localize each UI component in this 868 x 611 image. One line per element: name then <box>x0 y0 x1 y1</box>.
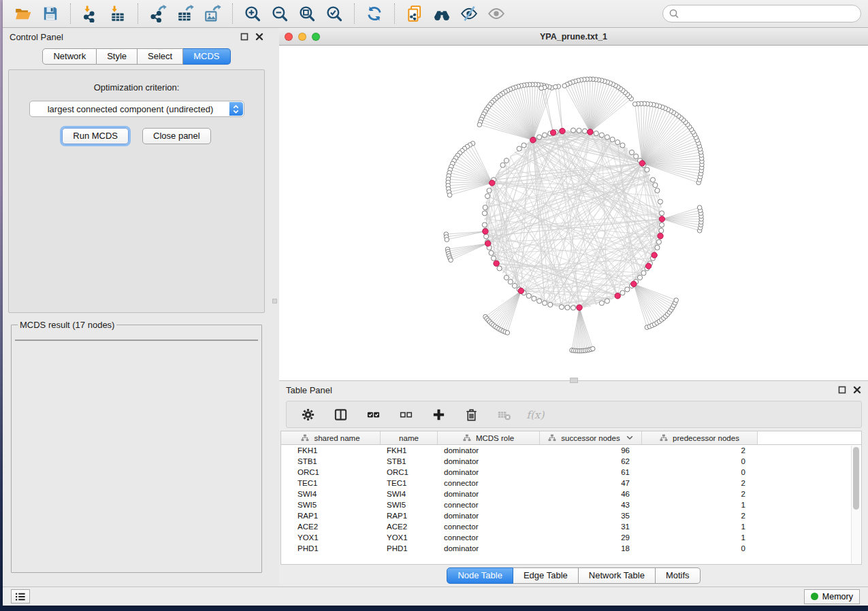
table-cell[interactable]: RAP1 <box>381 512 438 520</box>
table-cell[interactable]: TEC1 <box>381 479 438 487</box>
table-row[interactable]: PHD1PHD1dominator180 <box>281 543 861 554</box>
table-cell[interactable]: 2 <box>642 479 758 487</box>
table-cell[interactable]: 43 <box>540 501 642 509</box>
table-cell[interactable]: 96 <box>540 446 642 455</box>
table-cell[interactable]: SWI4 <box>381 490 438 498</box>
table-scrollbar[interactable] <box>851 446 861 563</box>
close-window-button[interactable] <box>285 33 293 41</box>
export-table-button[interactable] <box>172 2 199 25</box>
column-header-shared-name[interactable]: shared name <box>281 431 381 444</box>
table-cell[interactable]: ACE2 <box>381 523 438 531</box>
column-header-name[interactable]: name <box>381 431 438 444</box>
table-cell[interactable]: 31 <box>540 523 642 531</box>
close-panel-icon[interactable] <box>255 33 263 41</box>
result-node-item[interactable]: PHD1 <box>16 340 257 341</box>
table-cell[interactable]: 0 <box>642 544 758 552</box>
tab-style[interactable]: Style <box>97 48 138 65</box>
table-cell[interactable]: dominator <box>438 446 540 455</box>
horizontal-splitter-handle[interactable] <box>570 378 578 383</box>
table-options-button[interactable] <box>296 404 319 425</box>
table-cell[interactable]: FKH1 <box>281 446 381 455</box>
table-cell[interactable]: YOX1 <box>281 533 381 542</box>
table-row[interactable]: TEC1TEC1connector472 <box>281 478 861 489</box>
table-cell[interactable]: 47 <box>540 479 642 487</box>
open-file-button[interactable] <box>10 2 37 25</box>
search-input[interactable] <box>662 5 861 22</box>
table-cell[interactable]: connector <box>438 479 540 487</box>
table-cell[interactable]: STB1 <box>281 457 381 465</box>
table-cell[interactable]: SWI5 <box>281 501 381 509</box>
table-cell[interactable]: connector <box>438 501 540 509</box>
float-table-panel-icon[interactable] <box>838 386 846 394</box>
table-cell[interactable]: 35 <box>540 512 642 520</box>
select-all-columns-button[interactable] <box>361 404 385 425</box>
close-table-panel-icon[interactable] <box>853 386 861 394</box>
table-row[interactable]: YOX1YOX1connector291 <box>281 532 861 543</box>
memory-button[interactable]: Memory <box>804 589 860 604</box>
criterion-dropdown[interactable]: largest connected component (undirected) <box>29 101 244 117</box>
table-cell[interactable]: PHD1 <box>381 544 438 552</box>
table-cell[interactable]: 62 <box>540 457 642 465</box>
delete-column-button[interactable] <box>460 404 483 425</box>
table-cell[interactable]: ORC1 <box>381 468 438 476</box>
table-row[interactable]: SWI4SWI4dominator462 <box>281 489 861 499</box>
table-cell[interactable]: 46 <box>540 490 642 498</box>
table-row[interactable]: ORC1ORC1dominator610 <box>281 467 861 478</box>
tab-edge-table[interactable]: Edge Table <box>513 567 579 584</box>
table-cell[interactable]: SWI4 <box>281 490 381 498</box>
zoom-fit-button[interactable] <box>293 2 321 25</box>
add-column-button[interactable] <box>427 404 450 425</box>
table-cell[interactable]: 2 <box>642 446 758 455</box>
table-cell[interactable]: ORC1 <box>281 468 381 476</box>
tab-motifs[interactable]: Motifs <box>656 567 701 584</box>
float-panel-icon[interactable] <box>240 33 248 41</box>
table-cell[interactable]: connector <box>438 523 540 531</box>
table-row[interactable]: SWI5SWI5connector431 <box>281 499 861 510</box>
zoom-selected-button[interactable] <box>321 2 348 25</box>
export-image-button[interactable] <box>199 2 226 25</box>
table-cell[interactable]: 2 <box>642 512 758 520</box>
zoom-window-button[interactable] <box>312 33 320 41</box>
find-button[interactable] <box>428 2 455 25</box>
table-cell[interactable]: connector <box>438 533 540 542</box>
table-cell[interactable]: 0 <box>642 457 758 465</box>
vertical-splitter-handle[interactable] <box>272 299 277 303</box>
table-row[interactable]: STB1STB1dominator620 <box>281 456 861 467</box>
table-cell[interactable]: PHD1 <box>281 544 381 552</box>
table-cell[interactable]: dominator <box>438 544 540 552</box>
table-cell[interactable]: 1 <box>642 533 758 542</box>
table-cell[interactable]: 61 <box>540 468 642 476</box>
tab-select[interactable]: Select <box>138 48 183 65</box>
close-panel-button[interactable]: Close panel <box>142 128 211 144</box>
panel-layout-button[interactable] <box>329 404 352 425</box>
import-table-button[interactable] <box>104 2 131 25</box>
refresh-layout-button[interactable] <box>361 2 388 25</box>
table-cell[interactable]: SWI5 <box>381 501 438 509</box>
new-network-from-selection-button[interactable] <box>401 2 428 25</box>
table-cell[interactable]: ACE2 <box>281 523 381 531</box>
tab-network-table[interactable]: Network Table <box>579 567 656 584</box>
table-cell[interactable]: STB1 <box>381 457 438 465</box>
unselect-all-columns-button[interactable] <box>394 404 417 425</box>
table-cell[interactable]: 2 <box>642 490 758 498</box>
export-network-button[interactable] <box>144 2 172 25</box>
network-graph[interactable] <box>279 46 868 380</box>
vertical-splitter[interactable] <box>270 28 279 587</box>
zoom-in-button[interactable] <box>239 2 266 25</box>
table-cell[interactable]: YOX1 <box>381 533 438 542</box>
table-cell[interactable]: dominator <box>438 490 540 498</box>
import-network-button[interactable] <box>77 2 104 25</box>
save-session-button[interactable] <box>37 2 64 25</box>
table-cell[interactable]: dominator <box>438 512 540 520</box>
table-cell[interactable]: 1 <box>642 501 758 509</box>
tab-network[interactable]: Network <box>42 48 97 65</box>
zoom-out-button[interactable] <box>266 2 293 25</box>
table-cell[interactable]: dominator <box>438 468 540 476</box>
table-cell[interactable]: TEC1 <box>281 479 381 487</box>
table-row[interactable]: ACE2ACE2connector311 <box>281 521 861 532</box>
table-cell[interactable]: 18 <box>540 544 642 552</box>
table-scrollbar-thumb[interactable] <box>853 447 859 510</box>
column-header-predecessor-nodes[interactable]: predecessor nodes <box>642 431 758 444</box>
table-cell[interactable]: FKH1 <box>381 446 438 455</box>
column-header-MCDS-role[interactable]: MCDS role <box>438 431 540 444</box>
